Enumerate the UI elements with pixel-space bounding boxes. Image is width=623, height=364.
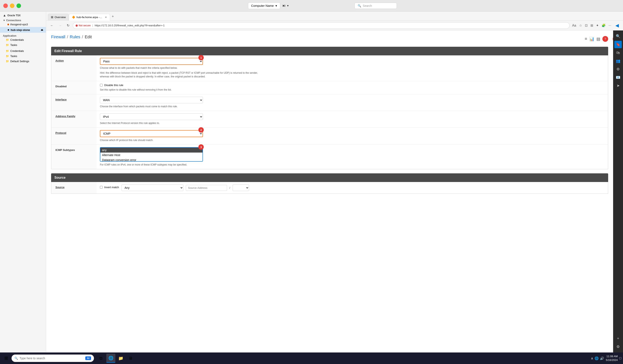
interface-label: Interface — [51, 94, 97, 111]
browser-sidebar-toggle[interactable]: ⊞ — [590, 23, 594, 28]
source-type-select[interactable]: Any Single host or alias Network — [122, 184, 183, 191]
search-icon: 🔍 — [358, 4, 361, 7]
edge-icon-button[interactable]: ◀ — [614, 22, 621, 29]
sidebar-add-button[interactable]: + — [614, 335, 622, 342]
icmp-subtypes-row: ICMP Subtypes any Alternate Host Datagra… — [51, 145, 608, 169]
breadcrumb: Firewall / Rules / Edit — [51, 35, 92, 39]
forward-button[interactable]: → — [57, 23, 64, 28]
sidebar-item-hub-step-stone[interactable]: ● hub-step-stone ⏏ — [0, 27, 46, 33]
sidebar-favorites-button[interactable]: 🔖 — [614, 41, 622, 48]
protocol-select[interactable]: ICMP TCP UDP TCP/UDP any — [100, 130, 203, 137]
tab-close-button[interactable]: ✕ — [105, 16, 107, 19]
invert-match-row: Invert match — [100, 186, 119, 189]
folder-icon: 📁 — [6, 55, 9, 58]
sidebar-item-ihoogend[interactable]: ihoogend-vps3 — [0, 22, 46, 27]
sidebar-settings-button[interactable]: ⚙ — [614, 343, 622, 350]
url-display: https://172.16.0.20/firewall_rules_edit.… — [94, 24, 165, 27]
sidebar-arrow-button[interactable]: ➤ — [614, 82, 622, 89]
sidebar-outlook-button[interactable]: 📧 — [614, 74, 622, 81]
firewall-rule-section: Edit Firewall Rule Action Pass — [51, 47, 608, 169]
network-icon[interactable]: 🌐 — [595, 356, 599, 360]
address-family-select[interactable]: IPv4 IPv6 IPv4+IPv6 — [100, 113, 203, 120]
fullscreen-window-button[interactable] — [17, 3, 21, 8]
windows-taskbar: ⊞ 🔍 Type here to search Ai ⧉ 🌐 📁 🖥 ∧ 🌐 🔊… — [0, 352, 623, 364]
icmp-subtypes-label: ICMP Subtypes — [51, 145, 97, 169]
left-sidebar: ▲ Oracle TSX ▼ Connections ihoogend-vps3… — [0, 12, 46, 352]
sidebar-search-button[interactable]: 🔍 — [614, 33, 622, 40]
sidebar-item-credentials-2[interactable]: 📁 Credentials — [0, 48, 46, 54]
breadcrumb-firewall[interactable]: Firewall — [51, 35, 65, 39]
icmp-hint: For ICMP rules on IPv4, one or more of t… — [100, 163, 265, 167]
filter-icon-button[interactable]: ≡ — [585, 36, 587, 41]
sidebar-item-default-settings[interactable]: 📁 Default Settings — [0, 59, 46, 64]
sidebar-shopping-button[interactable]: 🛍 — [614, 49, 622, 56]
sidebar-item-tasks-2[interactable]: 📁 Tasks — [0, 54, 46, 59]
title-bar: Computer Name ▾ ⏯ ▾ 🔍 Search — [0, 0, 623, 12]
browser-nav-bar: ← → ↻ ⊗ Not secure | https://172.16.0.20… — [46, 21, 623, 30]
tab-favicon-hub: 🔶 — [72, 16, 75, 19]
server-status-dot — [7, 24, 9, 25]
eject-icon[interactable]: ⏏ — [41, 28, 43, 31]
source-section: Source Source Invert match — [51, 173, 608, 194]
protocol-label: Protocol — [51, 128, 97, 145]
extensions-button[interactable]: 🧩 — [601, 23, 606, 28]
breadcrumb-rules[interactable]: Rules — [70, 35, 80, 39]
reader-view-button[interactable]: Aa — [571, 23, 577, 28]
minimize-window-button[interactable] — [10, 3, 14, 8]
icmp-subtypes-select[interactable]: any Alternate Host Datagram conversion e… — [100, 147, 203, 162]
chevron-up-icon[interactable]: ∧ — [591, 356, 593, 360]
disable-rule-label: Disable this rule — [104, 84, 123, 87]
action-hint-2: Hint: the difference between block and r… — [100, 71, 265, 78]
not-secure-indicator: ⊗ Not secure — [75, 24, 91, 27]
chart-icon-button[interactable]: 📊 — [589, 36, 594, 41]
source-section-header: Source — [51, 173, 608, 182]
disable-rule-checkbox[interactable] — [100, 84, 103, 86]
volume-icon[interactable]: 🔊 — [600, 356, 604, 360]
action-label: Action — [51, 55, 97, 81]
new-tab-button[interactable]: + — [110, 13, 116, 20]
interface-select[interactable]: WAN LAN OPT1 — [100, 97, 203, 103]
terminal-taskbar-icon[interactable]: 🖥 — [126, 354, 135, 363]
task-view-button[interactable]: ⧉ — [96, 354, 106, 363]
split-view-button[interactable]: ⊡ — [584, 23, 588, 28]
back-button[interactable]: ← — [49, 23, 55, 28]
address-bar[interactable]: ⊗ Not secure | https://172.16.0.20/firew… — [73, 22, 570, 29]
copilot-button[interactable]: ✦ — [595, 23, 600, 28]
computer-name-dropdown[interactable]: Computer Name ▾ — [248, 2, 280, 9]
computer-name-label: Computer Name — [251, 4, 274, 7]
source-cidr-select[interactable] — [233, 184, 249, 191]
start-button[interactable]: ⊞ — [2, 354, 11, 363]
invert-match-checkbox[interactable] — [100, 186, 103, 189]
notification-icon[interactable]: □ — [619, 356, 621, 360]
sidebar-people-button[interactable]: 👥 — [614, 57, 622, 65]
more-options-button[interactable]: ··· — [608, 23, 612, 28]
firewall-page: Firewall / Rules / Edit ≡ 📊 ▤ ? 4 — [46, 30, 613, 202]
taskbar-search-bar[interactable]: 🔍 Type here to search Ai — [12, 355, 94, 362]
browser-tab-bar: ⊞ Overview 🔶 hub-fw.home.arpa - Firewall… — [46, 12, 623, 21]
windows-logo-icon: ⊞ — [4, 356, 8, 361]
taskbar-pinned-icons: ⧉ 🌐 📁 🖥 — [96, 354, 135, 363]
action-select[interactable]: Pass Block Reject — [100, 58, 203, 65]
clock-display[interactable]: 11:08 AM 5/16/2024 — [606, 355, 618, 362]
taskbar-right-area: ∧ 🌐 🔊 11:08 AM 5/16/2024 □ — [591, 355, 621, 362]
interface-hint: Choose the interface from which packets … — [100, 105, 265, 108]
explorer-taskbar-icon[interactable]: 📁 — [116, 354, 125, 363]
table-icon-button[interactable]: ▤ — [596, 36, 600, 41]
sidebar-apps-button[interactable]: ⚙ — [614, 65, 622, 73]
tab-hub-step-stone[interactable]: 🔶 hub-fw.home.arpa - Firewall: Rul ✕ — [69, 14, 110, 21]
traffic-lights — [3, 3, 21, 8]
edge-taskbar-icon[interactable]: 🌐 — [106, 354, 115, 363]
tab-overview[interactable]: ⊞ Overview — [48, 14, 69, 20]
reload-button[interactable]: ↻ — [65, 23, 71, 28]
sidebar-item-tasks-1[interactable]: 📁 Tasks — [0, 43, 46, 47]
page-content: Firewall / Rules / Edit ≡ 📊 ▤ ? 4 — [46, 30, 613, 352]
sidebar-item-credentials-1[interactable]: 📁 Credentials — [0, 37, 46, 43]
favorites-button[interactable]: ☆ — [578, 23, 583, 28]
chevron-down-icon-2: ▾ — [287, 4, 289, 7]
close-window-button[interactable] — [3, 3, 8, 8]
firewall-rule-table: Action Pass Block Reject 1 — [51, 55, 608, 169]
source-address-input[interactable] — [186, 185, 227, 191]
section-header: Edit Firewall Rule — [51, 47, 608, 55]
title-search-bar[interactable]: 🔍 Search — [355, 3, 397, 9]
help-icon-button[interactable]: ? — [602, 36, 608, 42]
